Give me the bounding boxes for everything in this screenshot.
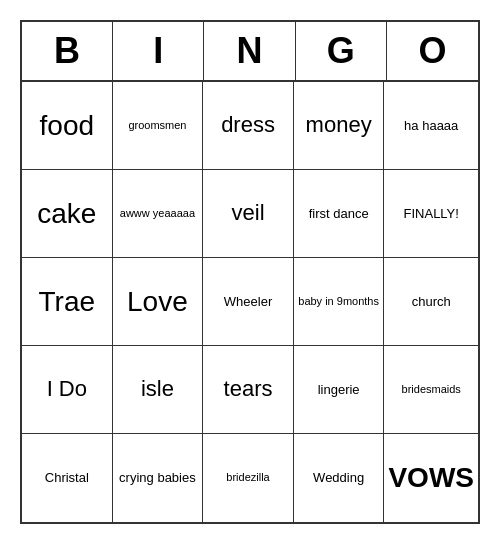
bingo-cell: church bbox=[384, 258, 478, 346]
cell-text: church bbox=[412, 294, 451, 310]
cell-text: groomsmen bbox=[128, 119, 186, 132]
bingo-cell: veil bbox=[203, 170, 294, 258]
cell-text: Trae bbox=[39, 285, 96, 319]
cell-text: bridezilla bbox=[226, 471, 269, 484]
bingo-cell: ha haaaa bbox=[384, 82, 478, 170]
bingo-grid: foodgroomsmendressmoneyha haaaacakeawww … bbox=[22, 82, 478, 522]
bingo-cell: bridesmaids bbox=[384, 346, 478, 434]
bingo-cell: bridezilla bbox=[203, 434, 294, 522]
cell-text: FINALLY! bbox=[404, 206, 459, 222]
cell-text: tears bbox=[224, 376, 273, 402]
cell-text: cake bbox=[37, 197, 96, 231]
bingo-card: BINGO foodgroomsmendressmoneyha haaaacak… bbox=[20, 20, 480, 524]
bingo-cell: Christal bbox=[22, 434, 113, 522]
bingo-cell: awww yeaaaaa bbox=[113, 170, 204, 258]
bingo-cell: lingerie bbox=[294, 346, 385, 434]
cell-text: Wheeler bbox=[224, 294, 272, 310]
bingo-cell: crying babies bbox=[113, 434, 204, 522]
cell-text: baby in 9months bbox=[298, 295, 379, 308]
cell-text: Wedding bbox=[313, 470, 364, 486]
bingo-cell: tears bbox=[203, 346, 294, 434]
cell-text: food bbox=[40, 109, 95, 143]
cell-text: crying babies bbox=[119, 470, 196, 486]
header-letter: N bbox=[204, 22, 295, 80]
bingo-cell: Love bbox=[113, 258, 204, 346]
bingo-cell: food bbox=[22, 82, 113, 170]
cell-text: Christal bbox=[45, 470, 89, 486]
cell-text: Love bbox=[127, 285, 188, 319]
bingo-cell: VOWS bbox=[384, 434, 478, 522]
cell-text: VOWS bbox=[388, 461, 474, 495]
bingo-cell: baby in 9months bbox=[294, 258, 385, 346]
bingo-cell: Trae bbox=[22, 258, 113, 346]
header-letter: B bbox=[22, 22, 113, 80]
header-letter: G bbox=[296, 22, 387, 80]
bingo-cell: dress bbox=[203, 82, 294, 170]
cell-text: lingerie bbox=[318, 382, 360, 398]
bingo-cell: cake bbox=[22, 170, 113, 258]
bingo-cell: first dance bbox=[294, 170, 385, 258]
bingo-header: BINGO bbox=[22, 22, 478, 82]
cell-text: dress bbox=[221, 112, 275, 138]
cell-text: bridesmaids bbox=[402, 383, 461, 396]
cell-text: awww yeaaaaa bbox=[120, 207, 195, 220]
bingo-cell: isle bbox=[113, 346, 204, 434]
header-letter: O bbox=[387, 22, 478, 80]
bingo-cell: I Do bbox=[22, 346, 113, 434]
cell-text: money bbox=[306, 112, 372, 138]
bingo-cell: money bbox=[294, 82, 385, 170]
bingo-cell: FINALLY! bbox=[384, 170, 478, 258]
cell-text: veil bbox=[232, 200, 265, 226]
cell-text: I Do bbox=[47, 376, 87, 402]
cell-text: isle bbox=[141, 376, 174, 402]
cell-text: first dance bbox=[309, 206, 369, 222]
cell-text: ha haaaa bbox=[404, 118, 458, 134]
bingo-cell: Wedding bbox=[294, 434, 385, 522]
bingo-cell: groomsmen bbox=[113, 82, 204, 170]
header-letter: I bbox=[113, 22, 204, 80]
bingo-cell: Wheeler bbox=[203, 258, 294, 346]
